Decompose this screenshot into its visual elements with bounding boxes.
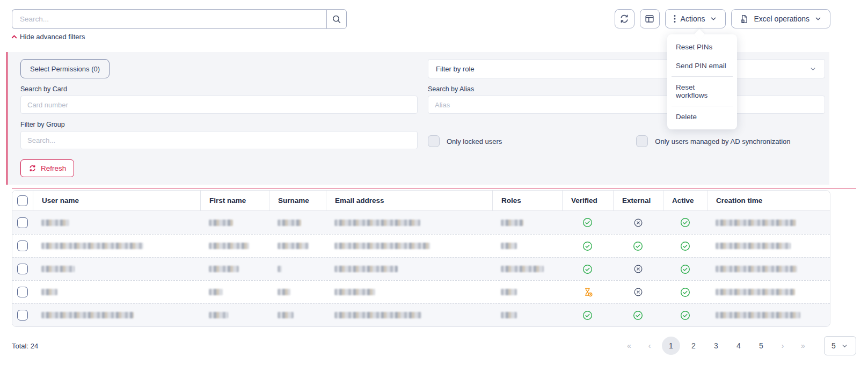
redacted-text bbox=[716, 266, 797, 272]
check-circle-icon bbox=[582, 264, 593, 274]
redacted-text bbox=[209, 243, 249, 249]
column-header-email-address[interactable]: Email address bbox=[326, 191, 492, 210]
group-search-input[interactable] bbox=[20, 131, 418, 149]
redacted-text bbox=[278, 243, 309, 249]
row-checkbox[interactable] bbox=[17, 310, 28, 321]
page-size-select[interactable]: 5 bbox=[824, 336, 856, 355]
top-toolbar: Actions Excel operations bbox=[0, 0, 868, 29]
check-circle-icon bbox=[680, 310, 690, 321]
only-ad-users-label: Only users managed by AD synchronization bbox=[655, 137, 790, 145]
menu-divider bbox=[672, 106, 733, 106]
row-checkbox[interactable] bbox=[17, 241, 28, 251]
pagination: « ‹ 12345 › » 5 bbox=[621, 336, 856, 355]
card-number-input[interactable] bbox=[20, 96, 418, 114]
only-ad-users-checkbox-item[interactable]: Only users managed by AD synchronization bbox=[636, 135, 790, 147]
cell-user-name bbox=[33, 235, 200, 257]
cell-external bbox=[613, 281, 663, 303]
table-body bbox=[12, 211, 830, 326]
row-checkbox-cell bbox=[12, 235, 33, 257]
redacted-text bbox=[278, 289, 290, 295]
menu-item-reset-pins[interactable]: Reset PINs bbox=[667, 38, 737, 56]
search-by-card-label: Search by Card bbox=[20, 85, 418, 93]
menu-item-reset-workflows[interactable]: Reset workflows bbox=[667, 78, 737, 105]
cell-external bbox=[613, 235, 663, 257]
page-button-3[interactable]: 3 bbox=[707, 337, 725, 355]
header-checkbox-cell bbox=[12, 191, 33, 210]
column-settings-button[interactable] bbox=[640, 9, 660, 28]
page-size-value: 5 bbox=[831, 341, 836, 350]
cell-active bbox=[663, 304, 707, 326]
refresh-button[interactable]: Refresh bbox=[20, 159, 74, 177]
check-circle-icon bbox=[680, 217, 690, 228]
redacted-text bbox=[209, 220, 233, 226]
menu-item-delete[interactable]: Delete bbox=[667, 107, 737, 126]
only-locked-users-checkbox[interactable] bbox=[428, 135, 440, 147]
row-checkbox[interactable] bbox=[17, 287, 28, 297]
page-button-2[interactable]: 2 bbox=[684, 337, 703, 355]
column-header-user-name[interactable]: User name bbox=[33, 191, 200, 210]
total-count: Total: 24 bbox=[12, 342, 38, 350]
column-header-first-name[interactable]: First name bbox=[200, 191, 269, 210]
search-button[interactable] bbox=[326, 9, 347, 29]
cell-creation-time bbox=[707, 281, 830, 303]
page-button-4[interactable]: 4 bbox=[730, 337, 748, 355]
check-circle-icon bbox=[633, 241, 643, 251]
refresh-grid-button[interactable] bbox=[615, 9, 634, 28]
column-header-external[interactable]: External bbox=[613, 191, 663, 210]
menu-item-send-pin-email[interactable]: Send PIN email bbox=[667, 56, 737, 75]
check-circle-icon bbox=[680, 241, 690, 251]
next-page-button[interactable]: › bbox=[775, 341, 791, 350]
cell-active bbox=[663, 258, 707, 280]
redacted-text bbox=[41, 266, 75, 272]
excel-operations-button[interactable]: Excel operations bbox=[731, 9, 830, 28]
column-header-creation-time[interactable]: Creation time bbox=[707, 191, 830, 210]
table-header-row: User nameFirst nameSurnameEmail addressR… bbox=[12, 191, 830, 211]
row-checkbox[interactable] bbox=[17, 217, 28, 228]
columns-icon bbox=[644, 13, 655, 24]
row-checkbox-cell bbox=[12, 304, 33, 326]
cell-external bbox=[613, 211, 663, 234]
column-header-surname[interactable]: Surname bbox=[269, 191, 326, 210]
cell-active bbox=[663, 235, 707, 257]
cell-roles bbox=[492, 258, 562, 280]
check-circle-icon bbox=[582, 241, 593, 251]
cell-active bbox=[663, 211, 707, 234]
cell-email-address bbox=[326, 211, 492, 234]
actions-button[interactable]: Actions bbox=[665, 9, 726, 28]
cell-verified bbox=[562, 304, 613, 326]
page-button-5[interactable]: 5 bbox=[752, 337, 770, 355]
cross-circle-icon bbox=[633, 264, 643, 274]
cell-user-name bbox=[33, 281, 200, 303]
prev-page-button[interactable]: ‹ bbox=[641, 341, 658, 350]
select-permissions-button[interactable]: Select Permissions (0) bbox=[20, 59, 110, 78]
last-page-button[interactable]: » bbox=[795, 341, 811, 350]
alias-input[interactable] bbox=[428, 96, 825, 114]
search-input[interactable] bbox=[12, 9, 326, 29]
column-header-verified[interactable]: Verified bbox=[562, 191, 613, 210]
first-page-button[interactable]: « bbox=[621, 341, 637, 350]
page-numbers: 12345 bbox=[662, 337, 770, 355]
search-bar bbox=[12, 9, 347, 29]
row-checkbox[interactable] bbox=[17, 264, 28, 274]
menu-divider bbox=[672, 76, 733, 77]
page-button-1[interactable]: 1 bbox=[662, 337, 680, 355]
only-ad-users-checkbox[interactable] bbox=[636, 135, 648, 147]
filter-by-role-select[interactable]: Filter by role bbox=[428, 59, 825, 78]
cell-verified bbox=[562, 258, 613, 280]
hide-advanced-filters-toggle[interactable]: Hide advanced filters bbox=[11, 33, 85, 41]
redacted-text bbox=[209, 312, 228, 318]
column-header-roles[interactable]: Roles bbox=[492, 191, 562, 210]
cell-external bbox=[613, 304, 663, 326]
select-all-checkbox[interactable] bbox=[17, 195, 28, 206]
only-locked-users-checkbox-item[interactable]: Only locked users bbox=[428, 135, 502, 147]
actions-dropdown-menu: Reset PINsSend PIN emailReset workflowsD… bbox=[667, 34, 737, 129]
redacted-text bbox=[278, 220, 301, 226]
table-row bbox=[12, 280, 830, 303]
cell-first-name bbox=[200, 304, 269, 326]
check-circle-icon bbox=[680, 287, 690, 297]
only-locked-users-label: Only locked users bbox=[447, 137, 502, 145]
toolbar-buttons: Actions Excel operations bbox=[615, 9, 830, 28]
excel-button-label: Excel operations bbox=[754, 14, 809, 23]
cell-user-name bbox=[33, 258, 200, 280]
column-header-active[interactable]: Active bbox=[663, 191, 707, 210]
